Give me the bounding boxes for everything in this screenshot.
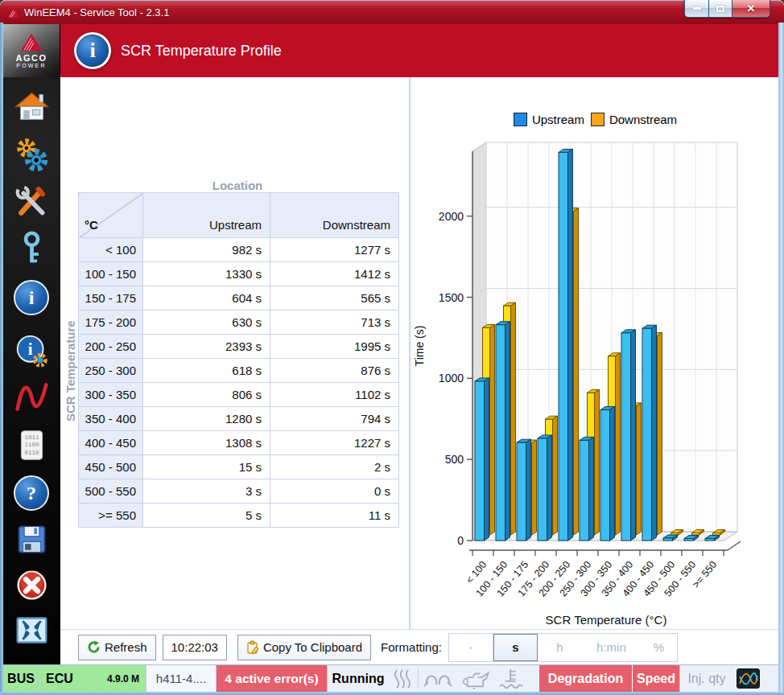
waveform-icon xyxy=(737,668,760,689)
svg-text:500: 500 xyxy=(445,453,464,466)
minimize-button[interactable] xyxy=(685,0,709,17)
downstream-value-cell: 0 s xyxy=(270,479,399,504)
table-row: 350 - 4001280 s794 s xyxy=(79,407,399,431)
format-option-[interactable]: - xyxy=(449,634,493,661)
row-range-cell: 400 - 450 xyxy=(79,431,143,455)
table-row: 450 - 50015 s2 s xyxy=(79,455,399,479)
svg-text:1000: 1000 xyxy=(439,372,464,385)
column-header-downstream: Downstream xyxy=(270,193,399,238)
table-column-axis-title: Location xyxy=(78,179,397,192)
bottom-toolbar: Refresh 10:22:03 Copy To Clipboard Forma… xyxy=(60,629,778,664)
upstream-value-cell: 1280 s xyxy=(143,407,270,431)
svg-text:SCR Temperature (°C): SCR Temperature (°C) xyxy=(546,613,667,627)
temp-table: °C Upstream Downstream < 100982 s1277 s1… xyxy=(78,192,399,528)
sidebar-item-access[interactable] xyxy=(14,230,50,266)
refresh-button[interactable]: Refresh xyxy=(78,635,156,660)
svg-text:1500: 1500 xyxy=(439,291,464,304)
maximize-icon xyxy=(716,6,724,12)
downstream-value-cell: 1102 s xyxy=(270,383,399,407)
svg-text:0: 0 xyxy=(457,534,464,547)
time-display: 10:22:03 xyxy=(163,635,227,660)
glow-plug-icon xyxy=(423,668,452,689)
waveform-monitor-button[interactable] xyxy=(735,665,761,692)
format-option-s[interactable]: s xyxy=(493,634,538,661)
sidebar-item-save[interactable] xyxy=(14,521,50,557)
copy-to-clipboard-button[interactable]: Copy To Clipboard xyxy=(237,635,371,660)
sidebar-item-settings[interactable] xyxy=(14,137,50,173)
sidebar-item-fullscreen[interactable] xyxy=(14,612,50,648)
upstream-value-cell: 15 s xyxy=(143,455,270,479)
panel-splitter[interactable] xyxy=(409,77,411,629)
app-window: WinEEM4 - Service Tool - 2.3.1 ✕ AGCO PO… xyxy=(0,0,784,695)
sidebar: i i 1011 1100 0110 ? xyxy=(3,77,60,664)
table-corner-cell: °C xyxy=(79,193,143,238)
legend-swatch-downstream xyxy=(591,113,605,126)
downstream-value-cell: 11 s xyxy=(270,504,399,528)
measurement-wave-icon xyxy=(14,379,50,415)
glow-plug-indicator xyxy=(420,665,456,692)
upstream-value-cell: 5 s xyxy=(143,504,270,528)
sidebar-item-help[interactable]: ? xyxy=(14,475,50,512)
bus-status: BUS xyxy=(3,665,39,692)
row-range-cell: 100 - 150 xyxy=(79,262,143,286)
device-id: h411-4.... xyxy=(146,665,217,692)
agco-logo-subtext: POWER xyxy=(16,63,46,68)
ecu-version: 4.9.0 M xyxy=(107,673,139,685)
exit-icon xyxy=(14,567,50,603)
sidebar-item-service-info[interactable]: i xyxy=(14,334,50,370)
tools-icon xyxy=(14,183,50,220)
page-title: SCR Temperature Profile xyxy=(121,24,282,77)
inj-qty-indicator: Inj. qty xyxy=(680,665,733,692)
sidebar-item-data-matrix[interactable]: 1011 1100 0110 xyxy=(14,427,50,463)
upstream-value-cell: 1308 s xyxy=(143,431,270,455)
service-info-icon: i xyxy=(14,334,50,370)
sidebar-item-home[interactable] xyxy=(14,89,50,125)
ecu-status: ECU 4.9.0 M xyxy=(39,665,146,692)
upstream-value-cell: 618 s xyxy=(143,359,270,383)
column-header-upstream: Upstream xyxy=(143,193,270,238)
upstream-value-cell: 806 s xyxy=(143,383,270,407)
downstream-value-cell: 1995 s xyxy=(270,335,399,359)
legend-item-downstream: Downstream xyxy=(591,113,677,126)
oil-pressure-indicator xyxy=(456,665,494,692)
info-icon: i xyxy=(14,280,49,315)
chart-legend: Upstream Downstream xyxy=(412,113,778,126)
upstream-value-cell: 2393 s xyxy=(143,335,270,359)
sidebar-item-info[interactable]: i xyxy=(14,280,50,316)
active-errors-badge[interactable]: 4 active error(s) xyxy=(217,665,328,692)
legend-item-upstream: Upstream xyxy=(514,113,584,126)
status-divider xyxy=(418,669,419,688)
format-option-h[interactable]: h xyxy=(538,634,582,661)
formatting-options: -shh:min% xyxy=(448,633,678,662)
svg-text:2000: 2000 xyxy=(439,210,464,223)
oil-pressure-icon xyxy=(459,668,491,689)
downstream-value-cell: 713 s xyxy=(270,310,399,335)
engine-state: Running xyxy=(328,665,389,692)
window-controls: ✕ xyxy=(684,0,770,18)
upstream-value-cell: 630 s xyxy=(143,310,270,335)
app-logo-icon xyxy=(7,6,20,19)
downstream-value-cell: 565 s xyxy=(270,286,399,310)
coolant-temp-indicator xyxy=(494,665,528,692)
row-range-cell: 450 - 500 xyxy=(79,455,143,479)
table-body: < 100982 s1277 s100 - 1501330 s1412 s150… xyxy=(79,238,399,528)
downstream-value-cell: 794 s xyxy=(270,407,399,431)
table-row: 175 - 200630 s713 s xyxy=(79,310,399,335)
table-row: 500 - 5503 s0 s xyxy=(79,479,399,504)
table-row: >= 5505 s11 s xyxy=(79,504,399,528)
row-range-cell: >= 550 xyxy=(79,504,143,528)
sidebar-item-measurement[interactable] xyxy=(14,379,50,415)
downstream-value-cell: 1412 s xyxy=(270,262,399,286)
titlebar[interactable]: WinEEM4 - Service Tool - 2.3.1 xyxy=(0,0,784,24)
table-row: < 100982 s1277 s xyxy=(79,238,399,262)
downstream-value-cell: 876 s xyxy=(270,359,399,383)
degradation-badge: Degradation xyxy=(539,665,633,692)
close-button[interactable]: ✕ xyxy=(732,0,770,17)
format-option-%[interactable]: % xyxy=(641,634,677,661)
sidebar-item-tools[interactable] xyxy=(14,183,50,220)
agco-power-logo: AGCO POWER xyxy=(3,24,60,77)
maximize-button[interactable] xyxy=(709,0,732,17)
clipboard-icon xyxy=(246,640,259,655)
sidebar-item-exit[interactable] xyxy=(14,567,50,603)
format-option-hmin[interactable]: h:min xyxy=(582,634,641,661)
